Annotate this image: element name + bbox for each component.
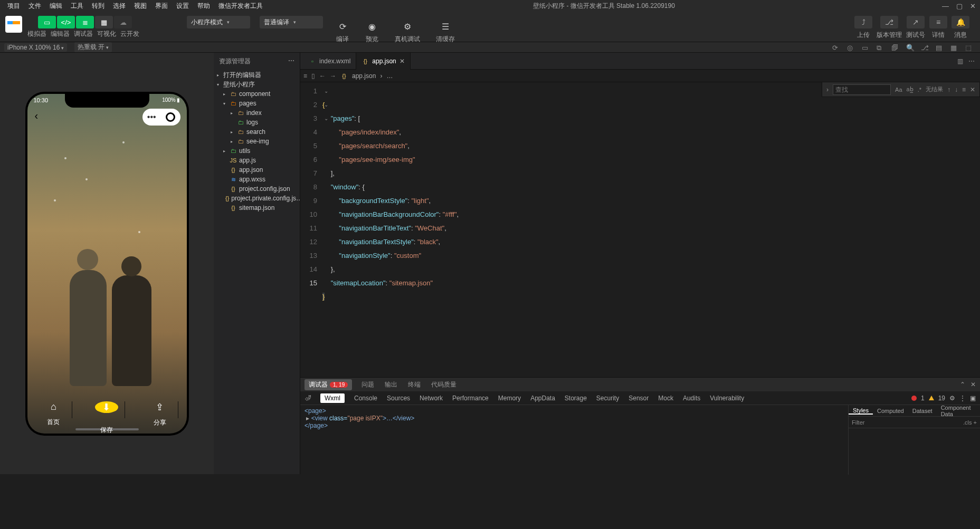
remote-debug-icon[interactable]: ⚙ [401,20,414,33]
file-app-wxss[interactable]: ≋app.wxss [214,175,300,184]
extensions-icon[interactable]: ⬚ [965,44,973,51]
tab-more-icon[interactable]: ⋯ [968,57,975,65]
whole-word-icon[interactable]: ab̲ [907,86,914,93]
find-in-selection-icon[interactable]: ≡ [962,86,966,93]
breadcrumb-file[interactable]: app.json [352,72,376,80]
popout-icon[interactable]: ⧉ [877,44,884,51]
bottom-tab-problems[interactable]: 问题 [360,380,375,389]
styles-tab-dataset[interactable]: Dataset [908,408,937,414]
panel-close-icon[interactable]: ✕ [971,381,976,388]
search-icon[interactable]: 🔍 [906,44,914,51]
more-icon[interactable]: ••• [147,113,156,121]
device-select[interactable]: iPhone X 100% 16 [4,43,67,52]
find-next-icon[interactable]: ↓ [955,86,958,93]
test-account-icon[interactable]: ↗ [907,16,925,28]
back-icon[interactable]: ‹ [35,110,39,122]
debugger-toggle[interactable]: ≣ [76,16,94,28]
devtab-wxml[interactable]: Wxml [320,393,345,403]
breadcrumb-bookmark-icon[interactable]: ▯ [311,72,315,80]
close-tab-icon[interactable]: ✕ [399,57,405,65]
tab-save[interactable]: ⬇保存 [88,401,125,418]
miniprogram-capsule[interactable]: ••• [142,109,180,126]
bottom-tab-quality[interactable]: 代码质量 [430,380,458,389]
devtools-settings-icon[interactable]: ⚙ [949,395,955,402]
error-indicator-icon[interactable] [911,396,917,401]
folder-utils[interactable]: ▸🗀utils [214,146,300,156]
tab-app-json[interactable]: {}app.json✕ [356,53,410,70]
details-icon[interactable]: ≡ [929,16,947,28]
menu-select[interactable]: 选择 [110,1,129,12]
project-root[interactable]: ▾壁纸小程序 [214,80,300,89]
menu-ui[interactable]: 界面 [152,1,171,12]
devtab-mock[interactable]: Mock [658,395,673,402]
devtab-security[interactable]: Security [596,395,619,402]
source-control-icon[interactable]: ⎇ [921,44,928,51]
maximize-icon[interactable]: ▢ [956,2,963,10]
editor-toggle[interactable]: </> [57,16,75,28]
devtools-dock-icon[interactable]: ▣ [970,395,976,402]
folder-see-img[interactable]: ▸🗀see-img [214,137,300,146]
tab-share[interactable]: ⇪分享 [141,401,178,418]
file-app-js[interactable]: JSapp.js [214,156,300,165]
breadcrumb-forward-icon[interactable]: → [330,72,336,80]
devtab-appdata[interactable]: AppData [530,395,555,402]
record-icon[interactable]: ◎ [847,44,854,51]
grid-icon[interactable]: ▦ [950,44,958,51]
devtab-sources[interactable]: Sources [387,395,410,402]
compile-icon[interactable]: ⟳ [336,20,349,33]
file-project-private-config[interactable]: {}project.private.config.js… [214,194,300,203]
close-miniprogram-icon[interactable] [166,112,175,122]
new-style-rule-icon[interactable]: + [974,419,977,426]
menu-wechat-devtools[interactable]: 微信开发者工具 [215,1,266,12]
menu-goto[interactable]: 转到 [89,1,108,12]
hot-reload-select[interactable]: 热重载 开 [74,42,112,52]
devtab-performance[interactable]: Performance [452,395,489,402]
code-content[interactable]: { "pages": [ "pages/index/index", "pages… [322,82,980,377]
menu-settings[interactable]: 设置 [173,1,192,12]
visual-toggle[interactable]: ▦ [95,16,113,28]
phone-screen[interactable]: 10:30 100% ▮ ‹ ••• ⌂首页 ⬇保存 ⇪分享 [27,94,187,434]
regex-icon[interactable]: .* [918,86,921,93]
version-mgmt-icon[interactable]: ⎇ [880,16,898,28]
upload-icon[interactable]: ⤴ [854,16,872,28]
file-app-json[interactable]: {}app.json [214,165,300,175]
styles-tab-computed[interactable]: Computed [873,408,908,414]
menu-project[interactable]: 项目 [4,1,23,12]
refresh-icon[interactable]: ⟳ [832,44,840,51]
panel-collapse-icon[interactable]: ⌃ [960,381,965,388]
files-icon[interactable]: 🗐 [891,44,899,51]
device-icon[interactable]: ▭ [862,44,869,51]
tab-home[interactable]: ⌂首页 [35,401,72,418]
simulator-toggle[interactable]: ▭ [38,16,56,28]
minimize-icon[interactable]: — [942,2,949,10]
inspect-element-icon[interactable]: ⮰ [305,395,311,402]
menu-tools[interactable]: 工具 [68,1,87,12]
menu-edit[interactable]: 编辑 [46,1,65,12]
devtab-console[interactable]: Console [354,395,377,402]
editor-body[interactable]: 123456789101112131415 ⌄⌄⌄ { "pages": [ "… [300,82,980,377]
compile-select[interactable]: 普通编译 [260,16,323,28]
tab-index-wxml[interactable]: ▫index.wxml [303,53,356,70]
menu-view[interactable]: 视图 [131,1,150,12]
devtab-storage[interactable]: Storage [565,395,587,402]
find-prev-icon[interactable]: ↑ [947,86,950,93]
styles-filter-input[interactable]: Filter [852,419,864,426]
folder-logs[interactable]: 🗀logs [214,118,300,127]
breadcrumb-back-icon[interactable]: ← [319,72,326,80]
menu-file[interactable]: 文件 [25,1,44,12]
file-sitemap-json[interactable]: {}sitemap.json [214,203,300,213]
bottom-tab-debugger[interactable]: 调试器1, 19 [305,379,352,390]
devtab-vulnerability[interactable]: Vulnerability [710,395,744,402]
devtools-more-icon[interactable]: ⋮ [959,395,966,402]
match-case-icon[interactable]: Aa [895,86,902,93]
breadcrumb-rest[interactable]: … [386,72,393,80]
bottom-tab-output[interactable]: 输出 [384,380,398,389]
styles-tab-component-data[interactable]: Component Data [937,405,980,417]
devtab-memory[interactable]: Memory [498,395,521,402]
download-icon[interactable]: ⬇ [95,401,118,413]
layout-icon[interactable]: ▤ [936,44,943,51]
fold-gutter[interactable]: ⌄⌄⌄ [322,84,330,126]
folder-component[interactable]: ▸🗀component [214,89,300,99]
menu-help[interactable]: 帮助 [194,1,213,12]
breadcrumb-list-icon[interactable]: ≡ [303,72,307,80]
